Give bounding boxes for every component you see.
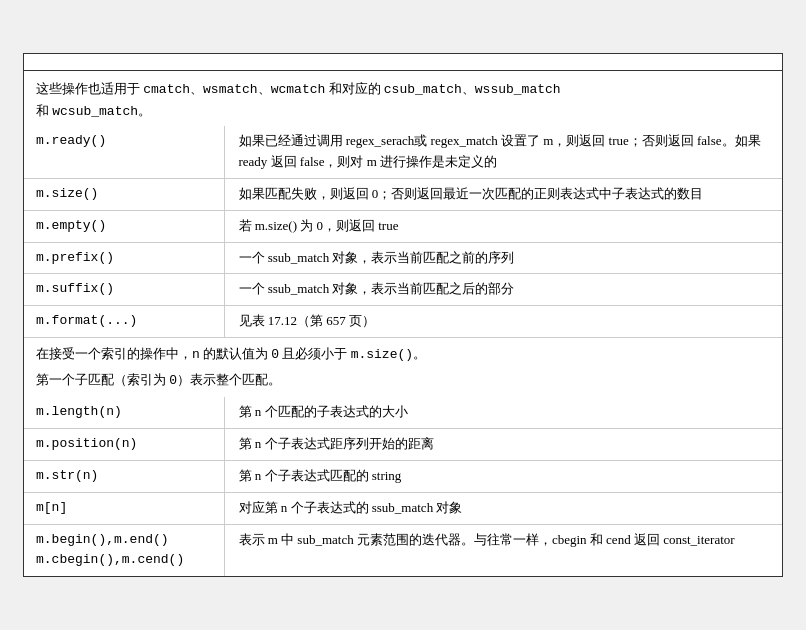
desc-cell: 第 n 个匹配的子表达式的大小	[224, 397, 782, 428]
table-title	[24, 54, 782, 71]
note1-text: 在接受一个索引的操作中，n 的默认值为 0 且必须小于 m.size()。	[24, 337, 782, 368]
desc-cell: 如果匹配失败，则返回 0；否则返回最近一次匹配的正则表达式中子表达式的数目	[224, 178, 782, 210]
table-row: m.format(...)见表 17.12（第 657 页）	[24, 306, 782, 337]
table-row: m.begin(),m.end()m.cbegin(),m.cend()表示 m…	[24, 524, 782, 576]
main-table: 这些操作也适用于 cmatch、wsmatch、wcmatch 和对应的 csu…	[23, 53, 783, 578]
func-cell: m.length(n)	[24, 397, 224, 428]
intro-content: 这些操作也适用于 cmatch、wsmatch、wcmatch 和对应的 csu…	[36, 81, 561, 118]
table-row: m.length(n)第 n 个匹配的子表达式的大小	[24, 397, 782, 428]
func-cell: m[n]	[24, 492, 224, 524]
desc-cell: 见表 17.12（第 657 页）	[224, 306, 782, 337]
table-row: m.ready()如果已经通过调用 regex_serach或 regex_ma…	[24, 126, 782, 178]
operations-table: m.ready()如果已经通过调用 regex_serach或 regex_ma…	[24, 126, 782, 337]
desc-cell: 第 n 个子表达式匹配的 string	[224, 461, 782, 493]
func-cell: m.format(...)	[24, 306, 224, 337]
intro-text: 这些操作也适用于 cmatch、wsmatch、wcmatch 和对应的 csu…	[24, 71, 782, 127]
table-row: m.position(n)第 n 个子表达式距序列开始的距离	[24, 429, 782, 461]
table-row: m.prefix()一个 ssub_match 对象，表示当前匹配之前的序列	[24, 242, 782, 274]
desc-cell: 如果已经通过调用 regex_serach或 regex_match 设置了 m…	[224, 126, 782, 178]
func-cell: m.empty()	[24, 210, 224, 242]
table-row: m.empty()若 m.size() 为 0，则返回 true	[24, 210, 782, 242]
table-row: m[n]对应第 n 个子表达式的 ssub_match 对象	[24, 492, 782, 524]
note2-text: 第一个子匹配（索引为 0）表示整个匹配。	[24, 368, 782, 398]
table-row: m.size()如果匹配失败，则返回 0；否则返回最近一次匹配的正则表达式中子表…	[24, 178, 782, 210]
desc-cell: 一个 ssub_match 对象，表示当前匹配之前的序列	[224, 242, 782, 274]
func-cell: m.suffix()	[24, 274, 224, 306]
func-cell: m.prefix()	[24, 242, 224, 274]
desc-cell: 表示 m 中 sub_match 元素范围的迭代器。与往常一样，cbegin 和…	[224, 524, 782, 576]
func-cell: m.size()	[24, 178, 224, 210]
desc-cell: 若 m.size() 为 0，则返回 true	[224, 210, 782, 242]
indexed-operations-table: m.length(n)第 n 个匹配的子表达式的大小m.position(n)第…	[24, 397, 782, 576]
table-row: m.suffix()一个 ssub_match 对象，表示当前匹配之后的部分	[24, 274, 782, 306]
desc-cell: 第 n 个子表达式距序列开始的距离	[224, 429, 782, 461]
func-cell: m.str(n)	[24, 461, 224, 493]
func-cell: m.begin(),m.end()m.cbegin(),m.cend()	[24, 524, 224, 576]
func-cell: m.position(n)	[24, 429, 224, 461]
desc-cell: 对应第 n 个子表达式的 ssub_match 对象	[224, 492, 782, 524]
table-row: m.str(n)第 n 个子表达式匹配的 string	[24, 461, 782, 493]
func-cell: m.ready()	[24, 126, 224, 178]
desc-cell: 一个 ssub_match 对象，表示当前匹配之后的部分	[224, 274, 782, 306]
